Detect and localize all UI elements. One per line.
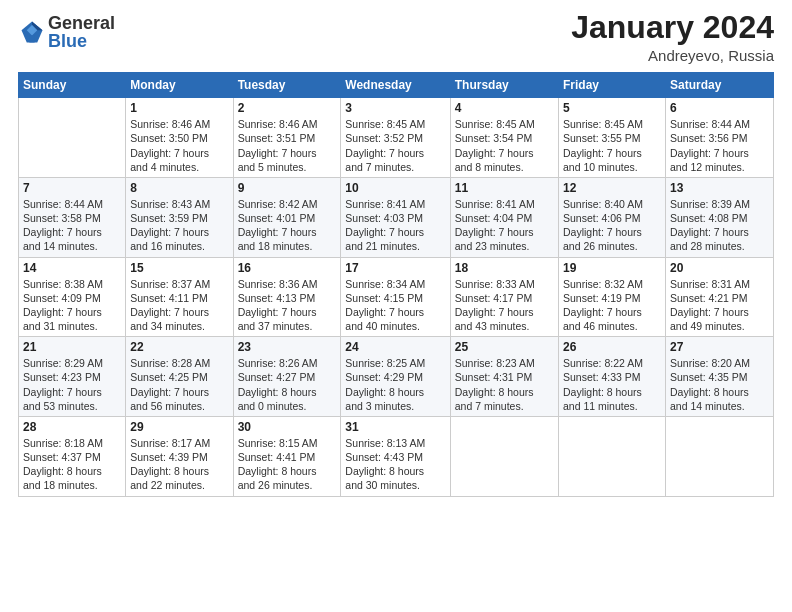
day-info: Sunrise: 8:22 AMSunset: 4:33 PMDaylight:… <box>563 356 661 413</box>
logo-general-text: General <box>48 14 115 32</box>
calendar-cell: 5Sunrise: 8:45 AMSunset: 3:55 PMDaylight… <box>558 98 665 178</box>
header-wednesday: Wednesday <box>341 73 450 98</box>
calendar-cell: 22Sunrise: 8:28 AMSunset: 4:25 PMDayligh… <box>126 337 233 417</box>
header-saturday: Saturday <box>665 73 773 98</box>
calendar-cell: 1Sunrise: 8:46 AMSunset: 3:50 PMDaylight… <box>126 98 233 178</box>
calendar-cell <box>450 416 558 496</box>
day-number: 31 <box>345 420 445 434</box>
day-info: Sunrise: 8:38 AMSunset: 4:09 PMDaylight:… <box>23 277 121 334</box>
day-info: Sunrise: 8:45 AMSunset: 3:54 PMDaylight:… <box>455 117 554 174</box>
day-number: 14 <box>23 261 121 275</box>
day-info: Sunrise: 8:42 AMSunset: 4:01 PMDaylight:… <box>238 197 337 254</box>
day-info: Sunrise: 8:41 AMSunset: 4:03 PMDaylight:… <box>345 197 445 254</box>
day-number: 4 <box>455 101 554 115</box>
day-info: Sunrise: 8:43 AMSunset: 3:59 PMDaylight:… <box>130 197 228 254</box>
day-info: Sunrise: 8:39 AMSunset: 4:08 PMDaylight:… <box>670 197 769 254</box>
calendar-table: Sunday Monday Tuesday Wednesday Thursday… <box>18 72 774 496</box>
calendar-cell: 25Sunrise: 8:23 AMSunset: 4:31 PMDayligh… <box>450 337 558 417</box>
calendar-cell <box>19 98 126 178</box>
day-info: Sunrise: 8:46 AMSunset: 3:51 PMDaylight:… <box>238 117 337 174</box>
calendar-cell: 15Sunrise: 8:37 AMSunset: 4:11 PMDayligh… <box>126 257 233 337</box>
header-tuesday: Tuesday <box>233 73 341 98</box>
header-monday: Monday <box>126 73 233 98</box>
day-info: Sunrise: 8:26 AMSunset: 4:27 PMDaylight:… <box>238 356 337 413</box>
calendar-cell <box>558 416 665 496</box>
day-info: Sunrise: 8:45 AMSunset: 3:55 PMDaylight:… <box>563 117 661 174</box>
calendar-cell: 13Sunrise: 8:39 AMSunset: 4:08 PMDayligh… <box>665 177 773 257</box>
calendar-cell <box>665 416 773 496</box>
calendar-cell: 27Sunrise: 8:20 AMSunset: 4:35 PMDayligh… <box>665 337 773 417</box>
calendar-cell: 31Sunrise: 8:13 AMSunset: 4:43 PMDayligh… <box>341 416 450 496</box>
day-number: 20 <box>670 261 769 275</box>
calendar-cell: 2Sunrise: 8:46 AMSunset: 3:51 PMDaylight… <box>233 98 341 178</box>
day-number: 16 <box>238 261 337 275</box>
day-number: 13 <box>670 181 769 195</box>
month-title: January 2024 <box>571 10 774 45</box>
day-number: 11 <box>455 181 554 195</box>
day-info: Sunrise: 8:29 AMSunset: 4:23 PMDaylight:… <box>23 356 121 413</box>
calendar-cell: 29Sunrise: 8:17 AMSunset: 4:39 PMDayligh… <box>126 416 233 496</box>
calendar-cell: 10Sunrise: 8:41 AMSunset: 4:03 PMDayligh… <box>341 177 450 257</box>
logo: General Blue <box>18 14 115 50</box>
day-number: 23 <box>238 340 337 354</box>
calendar-cell: 8Sunrise: 8:43 AMSunset: 3:59 PMDaylight… <box>126 177 233 257</box>
day-number: 30 <box>238 420 337 434</box>
calendar-cell: 12Sunrise: 8:40 AMSunset: 4:06 PMDayligh… <box>558 177 665 257</box>
day-number: 26 <box>563 340 661 354</box>
day-info: Sunrise: 8:18 AMSunset: 4:37 PMDaylight:… <box>23 436 121 493</box>
day-info: Sunrise: 8:25 AMSunset: 4:29 PMDaylight:… <box>345 356 445 413</box>
day-number: 12 <box>563 181 661 195</box>
page: General Blue January 2024 Andreyevo, Rus… <box>0 0 792 612</box>
day-info: Sunrise: 8:37 AMSunset: 4:11 PMDaylight:… <box>130 277 228 334</box>
day-number: 22 <box>130 340 228 354</box>
svg-rect-3 <box>29 36 34 43</box>
day-info: Sunrise: 8:34 AMSunset: 4:15 PMDaylight:… <box>345 277 445 334</box>
calendar-cell: 17Sunrise: 8:34 AMSunset: 4:15 PMDayligh… <box>341 257 450 337</box>
day-info: Sunrise: 8:17 AMSunset: 4:39 PMDaylight:… <box>130 436 228 493</box>
day-number: 1 <box>130 101 228 115</box>
calendar-week-row: 21Sunrise: 8:29 AMSunset: 4:23 PMDayligh… <box>19 337 774 417</box>
day-number: 3 <box>345 101 445 115</box>
calendar-cell: 26Sunrise: 8:22 AMSunset: 4:33 PMDayligh… <box>558 337 665 417</box>
day-info: Sunrise: 8:45 AMSunset: 3:52 PMDaylight:… <box>345 117 445 174</box>
day-number: 25 <box>455 340 554 354</box>
calendar-cell: 6Sunrise: 8:44 AMSunset: 3:56 PMDaylight… <box>665 98 773 178</box>
day-info: Sunrise: 8:15 AMSunset: 4:41 PMDaylight:… <box>238 436 337 493</box>
title-block: January 2024 Andreyevo, Russia <box>571 10 774 64</box>
weekday-header-row: Sunday Monday Tuesday Wednesday Thursday… <box>19 73 774 98</box>
day-number: 8 <box>130 181 228 195</box>
header-friday: Friday <box>558 73 665 98</box>
header-thursday: Thursday <box>450 73 558 98</box>
location-title: Andreyevo, Russia <box>571 47 774 64</box>
day-number: 24 <box>345 340 445 354</box>
day-number: 15 <box>130 261 228 275</box>
calendar-cell: 23Sunrise: 8:26 AMSunset: 4:27 PMDayligh… <box>233 337 341 417</box>
day-number: 5 <box>563 101 661 115</box>
calendar-cell: 24Sunrise: 8:25 AMSunset: 4:29 PMDayligh… <box>341 337 450 417</box>
day-info: Sunrise: 8:36 AMSunset: 4:13 PMDaylight:… <box>238 277 337 334</box>
calendar-cell: 4Sunrise: 8:45 AMSunset: 3:54 PMDaylight… <box>450 98 558 178</box>
calendar-cell: 19Sunrise: 8:32 AMSunset: 4:19 PMDayligh… <box>558 257 665 337</box>
calendar-cell: 21Sunrise: 8:29 AMSunset: 4:23 PMDayligh… <box>19 337 126 417</box>
header-sunday: Sunday <box>19 73 126 98</box>
day-info: Sunrise: 8:46 AMSunset: 3:50 PMDaylight:… <box>130 117 228 174</box>
calendar-cell: 3Sunrise: 8:45 AMSunset: 3:52 PMDaylight… <box>341 98 450 178</box>
day-number: 6 <box>670 101 769 115</box>
day-number: 17 <box>345 261 445 275</box>
day-info: Sunrise: 8:44 AMSunset: 3:58 PMDaylight:… <box>23 197 121 254</box>
day-info: Sunrise: 8:40 AMSunset: 4:06 PMDaylight:… <box>563 197 661 254</box>
day-number: 2 <box>238 101 337 115</box>
calendar-cell: 14Sunrise: 8:38 AMSunset: 4:09 PMDayligh… <box>19 257 126 337</box>
calendar-week-row: 14Sunrise: 8:38 AMSunset: 4:09 PMDayligh… <box>19 257 774 337</box>
calendar-cell: 18Sunrise: 8:33 AMSunset: 4:17 PMDayligh… <box>450 257 558 337</box>
day-number: 10 <box>345 181 445 195</box>
day-number: 19 <box>563 261 661 275</box>
calendar-week-row: 7Sunrise: 8:44 AMSunset: 3:58 PMDaylight… <box>19 177 774 257</box>
day-info: Sunrise: 8:32 AMSunset: 4:19 PMDaylight:… <box>563 277 661 334</box>
day-info: Sunrise: 8:31 AMSunset: 4:21 PMDaylight:… <box>670 277 769 334</box>
day-number: 27 <box>670 340 769 354</box>
calendar-cell: 11Sunrise: 8:41 AMSunset: 4:04 PMDayligh… <box>450 177 558 257</box>
day-info: Sunrise: 8:13 AMSunset: 4:43 PMDaylight:… <box>345 436 445 493</box>
header: General Blue January 2024 Andreyevo, Rus… <box>18 10 774 64</box>
day-info: Sunrise: 8:33 AMSunset: 4:17 PMDaylight:… <box>455 277 554 334</box>
